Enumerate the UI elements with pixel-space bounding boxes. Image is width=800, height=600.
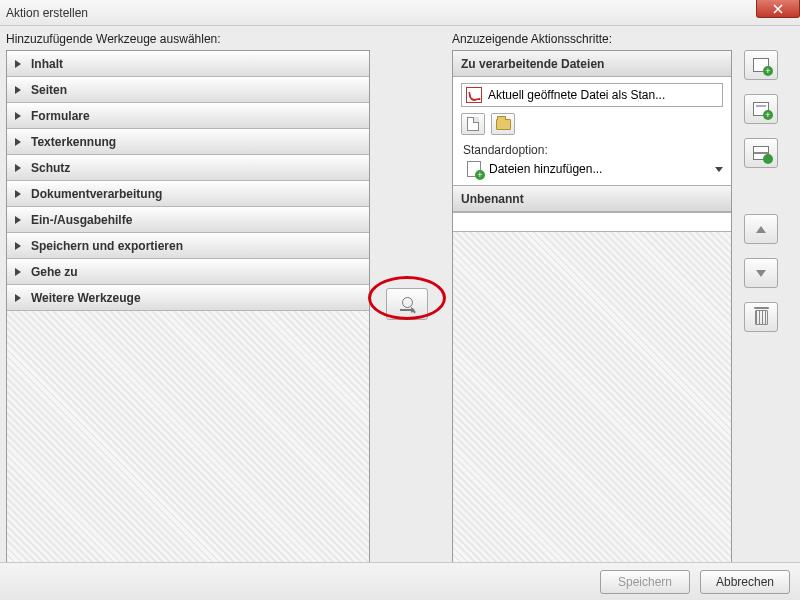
chevron-right-icon: [15, 294, 21, 302]
right-panel-label: Anzuzeigende Aktionsschritte:: [452, 32, 612, 46]
action-steps-panel: Zu verarbeitende Dateien Aktuell geöffne…: [452, 50, 732, 564]
folder-icon: [496, 119, 511, 130]
tool-category-inhalt[interactable]: Inhalt: [7, 51, 369, 77]
triangle-down-icon: [756, 270, 766, 277]
add-step-button[interactable]: [386, 288, 428, 320]
move-up-button[interactable]: [744, 214, 778, 244]
tool-category-texterkennung[interactable]: Texterkennung: [7, 129, 369, 155]
chevron-right-icon: [15, 164, 21, 172]
add-files-dropdown[interactable]: Dateien hinzufügen...: [453, 159, 731, 185]
title-bar: Aktion erstellen: [0, 0, 800, 26]
dialog-footer: Speichern Abbrechen: [0, 562, 800, 600]
left-panel-label: Hinzuzufügende Werkzeuge auswählen:: [6, 32, 221, 46]
chevron-right-icon: [15, 268, 21, 276]
add-instruction-button[interactable]: [744, 94, 778, 124]
current-file-label: Aktuell geöffnete Datei als Stan...: [488, 88, 665, 102]
divider-add-icon: [753, 146, 769, 160]
close-icon: [773, 4, 783, 14]
current-file-row[interactable]: Aktuell geöffnete Datei als Stan...: [461, 83, 723, 107]
tool-category-schutz[interactable]: Schutz: [7, 155, 369, 181]
chevron-right-icon: [15, 60, 21, 68]
cancel-button[interactable]: Abbrechen: [700, 570, 790, 594]
tools-panel: Inhalt Seiten Formulare Texterkennung Sc…: [6, 50, 370, 564]
save-button[interactable]: Speichern: [600, 570, 690, 594]
add-document-button[interactable]: [461, 113, 485, 135]
instruction-add-icon: [753, 102, 769, 116]
tool-category-seiten[interactable]: Seiten: [7, 77, 369, 103]
add-file-icon: [467, 161, 481, 177]
tool-category-gehe-zu[interactable]: Gehe zu: [7, 259, 369, 285]
chevron-right-icon: [15, 190, 21, 198]
tool-category-formulare[interactable]: Formulare: [7, 103, 369, 129]
add-files-label: Dateien hinzufügen...: [489, 162, 602, 176]
chevron-down-icon: [715, 167, 723, 172]
empty-area: [453, 232, 731, 563]
empty-area: [7, 311, 369, 563]
window-title: Aktion erstellen: [6, 6, 88, 20]
chevron-right-icon: [15, 86, 21, 94]
pdf-icon: [466, 87, 482, 103]
trash-icon: [755, 310, 768, 325]
tool-category-weitere-werkzeuge[interactable]: Weitere Werkzeuge: [7, 285, 369, 311]
files-section-header: Zu verarbeitende Dateien: [453, 51, 731, 77]
tool-category-dokumentverarbeitung[interactable]: Dokumentverarbeitung: [7, 181, 369, 207]
chevron-right-icon: [15, 242, 21, 250]
add-folder-button[interactable]: [491, 113, 515, 135]
document-icon: [467, 117, 479, 131]
standard-option-label: Standardoption:: [453, 141, 731, 159]
arrow-right-icon: [400, 309, 414, 311]
chevron-right-icon: [15, 216, 21, 224]
triangle-up-icon: [756, 226, 766, 233]
unnamed-section-header: Unbenannt: [453, 186, 731, 212]
delete-button[interactable]: [744, 302, 778, 332]
add-panel-button[interactable]: [744, 50, 778, 80]
move-down-button[interactable]: [744, 258, 778, 288]
panel-add-icon: [753, 58, 769, 72]
tool-category-speichern-exportieren[interactable]: Speichern und exportieren: [7, 233, 369, 259]
add-divider-button[interactable]: [744, 138, 778, 168]
window-close-button[interactable]: [756, 0, 800, 18]
chevron-right-icon: [15, 138, 21, 146]
chevron-right-icon: [15, 112, 21, 120]
tool-category-ein-ausgabehilfe[interactable]: Ein-/Ausgabehilfe: [7, 207, 369, 233]
empty-step-row: [453, 212, 731, 232]
